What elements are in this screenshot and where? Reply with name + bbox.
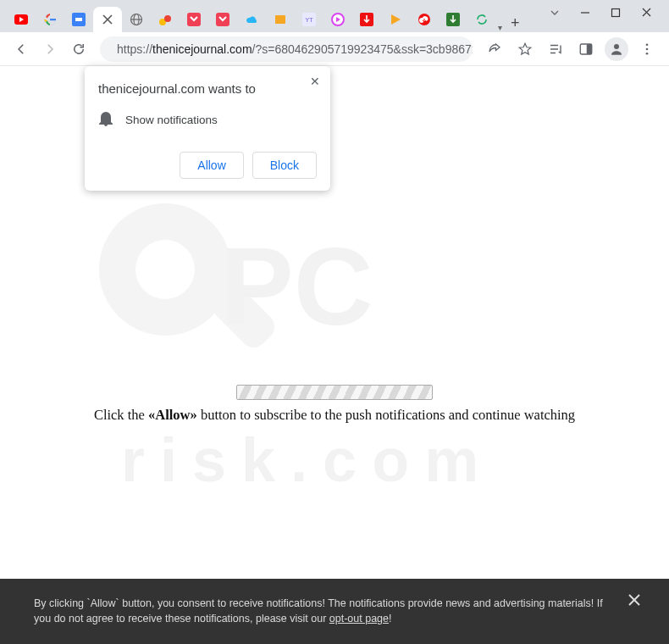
tab-download-2[interactable] (439, 7, 467, 32)
consent-banner: By clicking `Allow` button, you consent … (0, 579, 669, 645)
page-center: Click the «Allow» button to subscribe to… (0, 385, 669, 424)
generic-icon (158, 13, 172, 26)
svg-rect-3 (75, 18, 82, 21)
generic-icon (72, 13, 86, 26)
bell-icon (98, 109, 113, 130)
pocket-icon (216, 13, 229, 26)
tab-cloud[interactable] (237, 7, 266, 32)
instruction-text: Click the «Allow» button to subscribe to… (0, 407, 669, 424)
cloud-download-icon (417, 13, 431, 26)
tab-pocket-1[interactable] (180, 7, 208, 32)
minimize-button[interactable] (580, 6, 590, 21)
play-icon (389, 13, 402, 26)
banner-close-button[interactable] (628, 594, 640, 611)
prompt-close-button[interactable]: ✕ (310, 75, 320, 88)
forward-button[interactable] (37, 36, 63, 62)
share-button[interactable] (481, 36, 508, 63)
browser-toolbar: https://thenicejournal.com/?s=6804629057… (0, 32, 669, 66)
pocket-icon (187, 13, 201, 26)
reading-list-button[interactable] (542, 36, 569, 63)
banner-text: By clicking `Allow` button, you consent … (34, 597, 603, 625)
tab-globe[interactable] (122, 7, 151, 32)
tab-cloud-dl[interactable] (410, 7, 439, 32)
globe-icon (130, 13, 143, 26)
allow-button[interactable]: Allow (180, 152, 243, 179)
tab-generic-4[interactable]: YT (295, 7, 323, 32)
avatar-icon (605, 37, 628, 61)
cloud-icon (245, 13, 258, 26)
browser-titlebar: YT ▾ + (0, 0, 669, 32)
tab-pocket-2[interactable] (208, 7, 237, 32)
tab-play[interactable] (381, 7, 410, 32)
url-host: thenicejournal.com (152, 42, 252, 56)
tab-google[interactable] (36, 7, 64, 32)
tab-youtube[interactable] (7, 7, 36, 32)
back-button[interactable] (8, 36, 34, 62)
generic-icon: YT (302, 13, 316, 26)
reload-button[interactable] (66, 36, 91, 62)
svg-rect-13 (275, 15, 285, 24)
tab-strip: YT ▾ + (0, 0, 541, 32)
prompt-title: thenicejournal.com wants to (98, 81, 317, 96)
url-path: /?s=680462905719923475&ssk=3cb98672a0860… (252, 42, 473, 56)
generic-icon (274, 13, 287, 26)
tab-generic-5[interactable] (323, 7, 352, 32)
new-tab-button[interactable]: + (511, 14, 520, 32)
svg-text:risk.com: risk.com (121, 426, 494, 494)
svg-point-10 (164, 15, 171, 22)
svg-point-29 (614, 44, 619, 49)
svg-point-33 (99, 203, 231, 336)
download-icon (360, 13, 373, 26)
svg-text:YT: YT (306, 17, 314, 23)
fake-progress-bar (236, 385, 433, 400)
google-icon (43, 13, 57, 26)
bookmark-button[interactable] (511, 36, 539, 63)
notification-prompt: ✕ thenicejournal.com wants to Show notif… (85, 66, 330, 191)
tab-overflow-chevron-icon[interactable]: ▾ (498, 23, 502, 32)
tab-download-1[interactable] (352, 7, 381, 32)
permission-label: Show notifications (125, 114, 218, 126)
svg-rect-23 (612, 9, 620, 17)
tab-generic-3[interactable] (266, 7, 295, 32)
menu-button[interactable] (633, 36, 661, 63)
chevron-down-icon[interactable] (550, 6, 560, 21)
opt-out-link[interactable]: opt-out page (329, 613, 389, 625)
svg-marker-19 (391, 14, 401, 25)
profile-button[interactable] (603, 36, 630, 63)
address-bar[interactable]: https://thenicejournal.com/?s=6804629057… (100, 36, 473, 62)
download-icon (446, 13, 460, 26)
svg-point-30 (646, 43, 649, 46)
play-icon (331, 13, 345, 26)
tab-active[interactable] (93, 7, 122, 32)
close-window-button[interactable] (641, 6, 652, 21)
window-controls (541, 0, 669, 27)
page-content: PC risk.com ✕ thenicejournal.com wants t… (0, 66, 669, 644)
svg-text:PC: PC (220, 225, 373, 348)
maximize-button[interactable] (611, 6, 621, 21)
svg-rect-35 (206, 279, 280, 353)
close-icon[interactable] (101, 13, 114, 26)
sync-icon (475, 13, 489, 26)
svg-rect-28 (587, 44, 592, 54)
youtube-icon (14, 13, 28, 26)
side-panel-button[interactable] (572, 36, 600, 63)
watermark: PC risk.com (64, 202, 605, 558)
tab-sync[interactable] (467, 7, 496, 32)
tab-generic-1[interactable] (64, 7, 93, 32)
svg-point-31 (646, 47, 649, 50)
svg-point-34 (135, 240, 195, 299)
url-scheme: https:// (117, 42, 152, 56)
block-button[interactable]: Block (252, 152, 317, 179)
tab-generic-2[interactable] (151, 7, 180, 32)
svg-point-32 (646, 52, 649, 54)
